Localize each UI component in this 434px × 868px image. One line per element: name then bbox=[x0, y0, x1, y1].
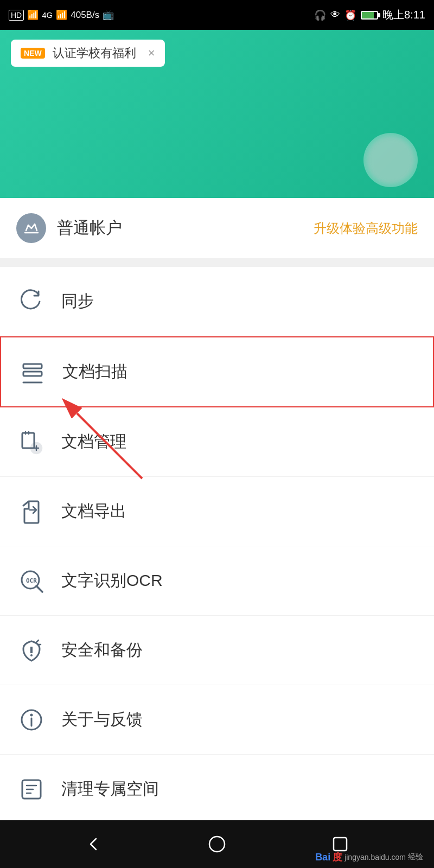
home-button[interactable] bbox=[201, 828, 233, 860]
svg-line-11 bbox=[36, 586, 42, 592]
back-button[interactable] bbox=[78, 828, 110, 860]
upgrade-button[interactable]: 升级体验高级功能 bbox=[314, 220, 418, 237]
sync-icon bbox=[16, 286, 46, 316]
svg-rect-0 bbox=[23, 364, 42, 368]
signal-bars: 📶 bbox=[56, 9, 67, 21]
menu-item-manage[interactable]: 文档管理 bbox=[0, 407, 434, 477]
network-type: 4G bbox=[42, 10, 53, 20]
clean-label: 清理专属空间 bbox=[61, 778, 159, 800]
header-banner: NEW 认证学校有福利 × bbox=[0, 30, 434, 198]
about-label: 关于与反馈 bbox=[61, 709, 143, 731]
svg-rect-21 bbox=[334, 838, 347, 851]
menu-item-sync[interactable]: 同步 bbox=[0, 267, 434, 336]
account-name-label: 普通帐户 bbox=[57, 217, 122, 239]
scan-label: 文档扫描 bbox=[62, 361, 127, 383]
speed-label: 405B/s bbox=[71, 10, 99, 21]
status-bar: HD 📶 4G 📶 405B/s 📺 🎧 👁 ⏰ 晚上8:11 bbox=[0, 0, 434, 30]
status-left: HD 📶 4G 📶 405B/s 📺 bbox=[9, 9, 114, 21]
svg-point-12 bbox=[30, 654, 33, 656]
account-section: 普通帐户 升级体验高级功能 bbox=[0, 198, 434, 263]
new-badge: NEW bbox=[21, 48, 45, 59]
menu-item-about[interactable]: 关于与反馈 bbox=[0, 685, 434, 755]
svg-rect-1 bbox=[23, 372, 42, 376]
export-icon bbox=[16, 496, 46, 526]
eye-icon: 👁 bbox=[330, 9, 340, 21]
scan-icon bbox=[17, 357, 47, 387]
backup-label: 安全和备份 bbox=[61, 639, 143, 661]
menu-item-clean[interactable]: 清理专属空间 bbox=[0, 755, 434, 824]
menu-item-backup[interactable]: 安全和备份 bbox=[0, 616, 434, 685]
export-label: 文档导出 bbox=[61, 500, 126, 522]
manage-label: 文档管理 bbox=[61, 431, 126, 453]
menu-item-export[interactable]: 文档导出 bbox=[0, 477, 434, 546]
headphone-icon: 🎧 bbox=[314, 9, 326, 21]
sync-label: 同步 bbox=[61, 290, 94, 312]
ocr-label: 文字识别OCR bbox=[61, 570, 163, 592]
network-signal: 📶 bbox=[27, 9, 39, 21]
baidu-watermark: Bai度 jingyan.baidu.com 经验 bbox=[315, 851, 423, 864]
notification-text: 认证学校有福利 bbox=[53, 45, 136, 61]
svg-point-20 bbox=[209, 837, 225, 852]
close-notification-button[interactable]: × bbox=[148, 46, 155, 60]
svg-text:OCR: OCR bbox=[26, 577, 37, 584]
about-icon bbox=[16, 705, 46, 735]
avatar-image bbox=[366, 136, 415, 184]
section-divider bbox=[0, 263, 434, 267]
hd-label: HD bbox=[9, 10, 24, 21]
ocr-icon: OCR bbox=[16, 566, 46, 596]
battery-icon bbox=[361, 11, 378, 20]
screen-icon: 📺 bbox=[103, 9, 114, 21]
notification-badge[interactable]: NEW 认证学校有福利 × bbox=[11, 40, 165, 67]
menu-item-scan[interactable]: 文档扫描 bbox=[0, 336, 434, 407]
bottom-nav: Bai度 jingyan.baidu.com 经验 bbox=[0, 820, 434, 868]
account-info: 普通帐户 bbox=[16, 213, 122, 243]
time-label: 晚上8:11 bbox=[382, 8, 425, 22]
backup-icon bbox=[16, 635, 46, 665]
clean-icon bbox=[16, 774, 46, 804]
avatar bbox=[363, 133, 418, 187]
manage-icon bbox=[16, 427, 46, 457]
crown-icon bbox=[16, 213, 46, 243]
alarm-icon: ⏰ bbox=[344, 9, 356, 21]
menu-list: 同步 文档扫描 bbox=[0, 267, 434, 824]
svg-point-15 bbox=[30, 713, 33, 716]
menu-item-ocr[interactable]: OCR 文字识别OCR bbox=[0, 546, 434, 616]
status-right: 🎧 👁 ⏰ 晚上8:11 bbox=[314, 8, 425, 22]
